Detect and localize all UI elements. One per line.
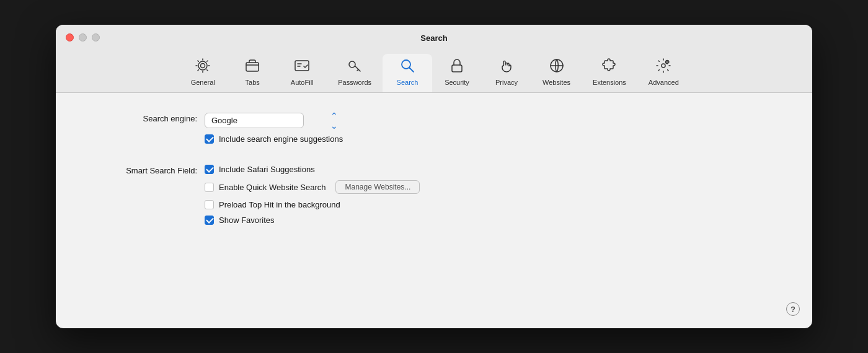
tab-search-label: Search (397, 79, 418, 86)
manage-websites-button[interactable]: Manage Websites... (335, 180, 420, 194)
tab-websites[interactable]: Websites (531, 54, 582, 92)
preload-top-row: Preload Top Hit in the background (205, 200, 420, 209)
tab-extensions[interactable]: Extensions (582, 54, 637, 92)
tabs-icon (244, 58, 260, 76)
close-button[interactable] (66, 33, 74, 41)
toolbar: General Tabs AutoFill (56, 49, 812, 93)
tab-passwords[interactable]: Passwords (327, 54, 383, 92)
include-suggestions-row: Include search engine suggestions (205, 134, 343, 144)
svg-rect-6 (452, 65, 462, 72)
search-engine-dropdown-wrapper: Google Yahoo Bing DuckDuckGo Ecosia ⌃⌄ (205, 113, 343, 128)
hand-icon (498, 58, 515, 76)
tab-general-label: General (191, 79, 215, 86)
tab-security[interactable]: Security (432, 54, 482, 92)
tab-passwords-label: Passwords (338, 79, 371, 86)
smart-search-row: Smart Search Field: Include Safari Sugge… (81, 165, 787, 225)
traffic-lights (66, 33, 100, 41)
svg-point-1 (198, 61, 207, 70)
svg-point-8 (662, 64, 665, 68)
tab-autofill-label: AutoFill (291, 79, 314, 86)
tab-privacy-label: Privacy (495, 79, 518, 86)
help-button[interactable]: ? (786, 302, 800, 316)
tab-extensions-label: Extensions (593, 79, 626, 86)
show-favorites-row: Show Favorites (205, 216, 420, 225)
advanced-icon (655, 58, 671, 76)
tab-privacy[interactable]: Privacy (482, 54, 531, 92)
tab-advanced-label: Advanced (649, 79, 679, 86)
include-safari-row: Include Safari Suggestions (205, 165, 420, 174)
smart-search-label: Smart Search Field: (81, 165, 205, 175)
tab-autofill[interactable]: AutoFill (277, 54, 327, 92)
search-engine-row: Search engine: Google Yahoo Bing DuckDuc… (81, 113, 787, 144)
tab-advanced[interactable]: Advanced (637, 54, 690, 92)
tab-general[interactable]: General (178, 54, 228, 92)
tab-tabs-label: Tabs (246, 79, 260, 86)
lock-icon (449, 58, 465, 76)
preload-top-label: Preload Top Hit in the background (219, 200, 340, 209)
include-safari-checkbox[interactable] (205, 165, 214, 174)
search-engine-label: Search engine: (81, 113, 205, 123)
search-engine-controls: Google Yahoo Bing DuckDuckGo Ecosia ⌃⌄ I… (205, 113, 343, 144)
search-icon (399, 58, 415, 76)
include-suggestions-label: Include search engine suggestions (219, 134, 343, 144)
svg-point-0 (201, 64, 205, 68)
key-icon (347, 58, 363, 76)
enable-quick-row: Enable Quick Website Search Manage Websi… (205, 180, 420, 194)
minimize-button[interactable] (79, 33, 87, 41)
enable-quick-label: Enable Quick Website Search (219, 183, 326, 192)
spacer (81, 154, 787, 160)
svg-point-10 (666, 61, 668, 63)
tab-security-label: Security (445, 79, 469, 86)
svg-point-4 (349, 61, 355, 68)
show-favorites-label: Show Favorites (219, 216, 275, 225)
chevron-down-icon: ⌃⌄ (330, 111, 338, 131)
gear-icon (195, 58, 211, 76)
autofill-icon (294, 58, 310, 76)
maximize-button[interactable] (92, 33, 100, 41)
globe-icon (549, 58, 565, 76)
tab-tabs[interactable]: Tabs (228, 54, 277, 92)
window-title: Search (66, 33, 802, 49)
main-content: Search engine: Google Yahoo Bing DuckDuc… (56, 93, 812, 259)
enable-quick-checkbox[interactable] (205, 183, 214, 192)
tab-websites-label: Websites (542, 79, 570, 86)
titlebar: Search (56, 25, 812, 49)
svg-rect-2 (246, 63, 259, 71)
preferences-window: Search General Tabs (56, 25, 812, 328)
tab-search[interactable]: Search (383, 54, 432, 92)
include-safari-label: Include Safari Suggestions (219, 165, 315, 174)
include-suggestions-checkbox[interactable] (205, 134, 214, 144)
puzzle-icon (601, 58, 618, 76)
smart-search-controls: Include Safari Suggestions Enable Quick … (205, 165, 420, 225)
preload-top-checkbox[interactable] (205, 200, 214, 209)
show-favorites-checkbox[interactable] (205, 216, 214, 225)
search-engine-select[interactable]: Google Yahoo Bing DuckDuckGo Ecosia (205, 113, 304, 128)
